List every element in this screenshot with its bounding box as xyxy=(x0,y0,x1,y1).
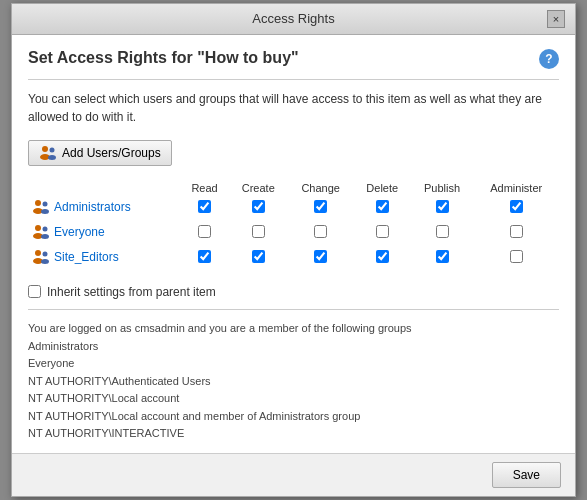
checkbox-publish[interactable] xyxy=(436,200,449,213)
svg-point-0 xyxy=(42,146,48,152)
users-icon xyxy=(39,145,57,161)
checkbox-delete[interactable] xyxy=(376,225,389,238)
checkbox-read[interactable] xyxy=(198,200,211,213)
info-section: You are logged on as cmsadmin and you ar… xyxy=(28,320,559,443)
svg-point-15 xyxy=(41,259,49,264)
help-icon[interactable]: ? xyxy=(539,49,559,69)
checkbox-change[interactable] xyxy=(314,225,327,238)
dialog-body: Set Access Rights for "How to buy" ? You… xyxy=(12,35,575,453)
checkbox-publish[interactable] xyxy=(436,225,449,238)
checkbox-publish[interactable] xyxy=(436,250,449,263)
svg-point-4 xyxy=(35,200,41,206)
checkbox-change[interactable] xyxy=(314,250,327,263)
title-bar: Access Rights × xyxy=(12,4,575,35)
permissions-table: Read Create Change Delete Publish Admini… xyxy=(28,180,559,271)
col-read: Read xyxy=(180,180,229,196)
svg-point-2 xyxy=(50,147,55,152)
svg-point-6 xyxy=(43,201,48,206)
col-create: Create xyxy=(229,180,288,196)
checkbox-create[interactable] xyxy=(252,200,265,213)
table-row: Everyone xyxy=(28,221,559,246)
dialog-title: Access Rights xyxy=(40,11,547,26)
col-name xyxy=(28,180,180,196)
page-title: Set Access Rights for "How to buy" xyxy=(28,49,299,67)
col-delete: Delete xyxy=(354,180,411,196)
checkbox-change[interactable] xyxy=(314,200,327,213)
col-change: Change xyxy=(288,180,354,196)
inherit-label[interactable]: Inherit settings from parent item xyxy=(47,285,216,299)
info-line: You are logged on as cmsadmin and you ar… xyxy=(28,320,559,338)
inherit-row: Inherit settings from parent item xyxy=(28,285,559,310)
svg-point-14 xyxy=(43,251,48,256)
checkbox-administer[interactable] xyxy=(510,200,523,213)
info-line: NT AUTHORITY\Local account xyxy=(28,390,559,408)
svg-point-12 xyxy=(35,250,41,256)
col-administer: Administer xyxy=(473,180,559,196)
info-line: Everyone xyxy=(28,355,559,373)
row-user-icon xyxy=(32,199,50,215)
checkbox-read[interactable] xyxy=(198,225,211,238)
info-line: NT AUTHORITY\Local account and member of… xyxy=(28,408,559,426)
row-user-icon xyxy=(32,249,50,265)
row-name[interactable]: Administrators xyxy=(54,200,131,214)
add-users-button[interactable]: Add Users/Groups xyxy=(28,140,172,166)
checkbox-delete[interactable] xyxy=(376,200,389,213)
svg-point-8 xyxy=(35,225,41,231)
checkbox-create[interactable] xyxy=(252,250,265,263)
svg-point-3 xyxy=(48,155,56,160)
add-users-label: Add Users/Groups xyxy=(62,146,161,160)
svg-point-11 xyxy=(41,234,49,239)
close-button[interactable]: × xyxy=(547,10,565,28)
save-button[interactable]: Save xyxy=(492,462,561,488)
dialog-header: Set Access Rights for "How to buy" ? xyxy=(28,49,559,80)
dialog-footer: Save xyxy=(12,453,575,496)
svg-point-10 xyxy=(43,226,48,231)
info-line: NT AUTHORITY\INTERACTIVE xyxy=(28,425,559,443)
checkbox-administer[interactable] xyxy=(510,250,523,263)
table-row: Site_Editors xyxy=(28,246,559,271)
description-text: You can select which users and groups th… xyxy=(28,90,559,126)
row-name[interactable]: Everyone xyxy=(54,225,105,239)
inherit-checkbox[interactable] xyxy=(28,285,41,298)
checkbox-delete[interactable] xyxy=(376,250,389,263)
checkbox-create[interactable] xyxy=(252,225,265,238)
row-name[interactable]: Site_Editors xyxy=(54,250,119,264)
info-line: NT AUTHORITY\Authenticated Users xyxy=(28,373,559,391)
info-line: Administrators xyxy=(28,338,559,356)
access-rights-dialog: Access Rights × Set Access Rights for "H… xyxy=(11,3,576,497)
svg-point-7 xyxy=(41,209,49,214)
checkbox-administer[interactable] xyxy=(510,225,523,238)
table-row: Administrators xyxy=(28,196,559,221)
col-publish: Publish xyxy=(411,180,474,196)
row-user-icon xyxy=(32,224,50,240)
checkbox-read[interactable] xyxy=(198,250,211,263)
